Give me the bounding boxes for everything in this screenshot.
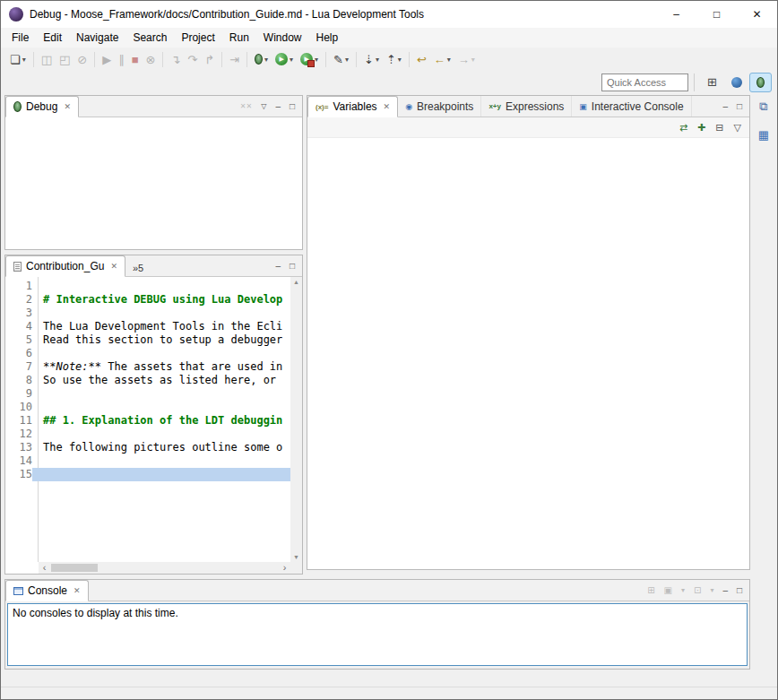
close-icon[interactable]: ✕	[384, 102, 391, 111]
maximize-view-icon[interactable]: □	[290, 262, 295, 271]
show-logical-structures-icon[interactable]: ✚	[697, 123, 705, 133]
minimized-view-icon[interactable]: ▦	[758, 128, 769, 142]
suspend-button[interactable]: ∥	[116, 49, 127, 69]
chevron-down-icon[interactable]: ▾	[710, 587, 713, 594]
forward-button[interactable]: →▾	[455, 49, 478, 69]
quick-access-input[interactable]	[601, 73, 688, 91]
view-menu-icon[interactable]: ▽	[261, 103, 266, 110]
disconnect-button[interactable]: ⊗	[143, 49, 159, 69]
save-button[interactable]: ◫	[39, 49, 55, 69]
run-button[interactable]: ▶▾	[272, 49, 296, 69]
use-step-filters-button[interactable]: ⇥	[227, 49, 242, 69]
line-number[interactable]: 4	[5, 320, 32, 333]
step-over-icon: ↷	[187, 54, 197, 65]
minimize-view-icon[interactable]: –	[722, 102, 728, 111]
menu-file[interactable]: File	[4, 28, 36, 48]
chevron-down-icon: ▾	[264, 56, 268, 64]
tab-expressions[interactable]: x+y Expressions	[481, 96, 572, 117]
view-menu-icon[interactable]: ▽	[734, 123, 741, 133]
menu-run[interactable]: Run	[222, 28, 256, 48]
back-button[interactable]: ←▾	[431, 49, 454, 69]
last-edit-location-icon: ↩	[417, 54, 427, 65]
resume-button[interactable]: ▶	[99, 49, 114, 69]
editor-line: 9	[5, 387, 290, 401]
tab-breakpoints[interactable]: ◉ Breakpoints	[398, 96, 481, 117]
search-button[interactable]: ✎▾	[331, 49, 351, 69]
pin-console-icon[interactable]: ⊡	[694, 586, 701, 595]
menu-search[interactable]: Search	[125, 28, 174, 48]
tab-console[interactable]: Console ✕	[5, 580, 89, 601]
open-console-icon[interactable]: ⊞	[647, 586, 654, 595]
external-tools-button[interactable]: ▶▾	[298, 49, 321, 69]
scrollbar-corner	[290, 562, 302, 574]
line-number[interactable]: 12	[5, 428, 32, 441]
line-number[interactable]: 10	[5, 401, 32, 414]
line-number[interactable]: 7	[5, 360, 32, 374]
menu-help[interactable]: Help	[309, 28, 346, 48]
open-perspective-button[interactable]: ⊞	[701, 73, 723, 92]
window-minimize-button[interactable]: –	[656, 1, 696, 28]
menu-project[interactable]: Project	[174, 28, 221, 48]
scroll-up-icon[interactable]: ▲	[293, 277, 299, 287]
tab-variables[interactable]: (x)= Variables ✕	[307, 96, 398, 117]
line-number[interactable]: 15	[5, 468, 32, 481]
debug-perspective-button[interactable]	[749, 73, 772, 92]
tab-contribution-guide[interactable]: Contribution_Gu ✕	[5, 255, 125, 277]
line-number[interactable]: 11	[5, 414, 32, 428]
sash-drag-handle[interactable]	[534, 673, 537, 687]
line-number[interactable]: 3	[5, 307, 32, 320]
scroll-down-icon[interactable]: ▼	[293, 552, 299, 562]
maximize-view-icon[interactable]: □	[737, 102, 742, 111]
window-maximize-button[interactable]: □	[696, 1, 737, 28]
minimize-view-icon[interactable]: –	[275, 102, 281, 111]
chevron-down-icon[interactable]: ▾	[681, 587, 685, 594]
menu-navigate[interactable]: Navigate	[69, 28, 125, 48]
last-edit-location-button[interactable]: ↩	[414, 49, 429, 69]
line-number[interactable]: 1	[5, 280, 32, 293]
scroll-right-icon[interactable]: ›	[279, 562, 290, 574]
minimize-view-icon[interactable]: –	[275, 262, 281, 271]
restore-view-icon[interactable]: ⧉	[759, 99, 767, 114]
window-close-button[interactable]: ✕	[737, 1, 777, 28]
close-icon[interactable]: ✕	[64, 102, 71, 111]
close-icon[interactable]: ✕	[110, 262, 117, 271]
toolbar-separator	[162, 52, 163, 67]
line-number[interactable]: 2	[5, 293, 32, 307]
line-number[interactable]: 9	[5, 387, 32, 401]
horizontal-scrollbar[interactable]: ‹ ›	[39, 562, 290, 574]
skip-all-breakpoints-button[interactable]: ⊘	[74, 49, 90, 69]
step-into-button[interactable]: ↴	[168, 49, 183, 69]
terminate-button[interactable]: ■	[129, 49, 142, 69]
hidden-editors-chevron[interactable]: »5	[125, 255, 151, 276]
minimize-view-icon[interactable]: –	[722, 586, 728, 595]
code-lines[interactable]: 1 2# Interactive DEBUG using Lua Develop…	[5, 277, 290, 562]
scrollbar-thumb[interactable]	[51, 564, 98, 572]
scroll-left-icon[interactable]: ‹	[39, 562, 50, 574]
menu-edit[interactable]: Edit	[36, 28, 69, 48]
tab-debug[interactable]: Debug ✕	[5, 96, 79, 117]
step-over-button[interactable]: ↷	[185, 49, 200, 69]
debug-button[interactable]: ▾	[252, 49, 271, 69]
line-number[interactable]: 13	[5, 441, 32, 454]
next-annotation-button[interactable]: ⇣▾	[361, 49, 382, 69]
vertical-scrollbar[interactable]: ▲ ▼	[290, 277, 302, 562]
maximize-view-icon[interactable]: □	[737, 586, 742, 595]
tab-interactive-console[interactable]: ▣ Interactive Console	[572, 96, 691, 117]
editor-text-area[interactable]: 1 2# Interactive DEBUG using Lua Develop…	[5, 277, 302, 574]
maximize-view-icon[interactable]: □	[290, 102, 295, 111]
display-selected-console-icon[interactable]: ▣	[664, 586, 672, 595]
new-wizard-button[interactable]: ❏▾	[7, 49, 29, 69]
remove-all-terminated-icon[interactable]: ✕✕	[240, 103, 252, 110]
line-number[interactable]: 5	[5, 333, 32, 347]
line-number[interactable]: 6	[5, 347, 32, 360]
collapse-all-icon[interactable]: ⊟	[715, 123, 723, 133]
line-number[interactable]: 14	[5, 454, 32, 468]
close-icon[interactable]: ✕	[73, 586, 81, 595]
line-number[interactable]: 8	[5, 374, 32, 387]
save-all-button[interactable]: ◰	[56, 49, 73, 69]
previous-annotation-button[interactable]: ⇡▾	[384, 49, 404, 69]
step-return-button[interactable]: ↱	[202, 49, 217, 69]
menu-window[interactable]: Window	[256, 28, 309, 48]
show-type-names-icon[interactable]: ⇄	[679, 123, 687, 133]
ldt-perspective-button[interactable]	[725, 73, 748, 92]
